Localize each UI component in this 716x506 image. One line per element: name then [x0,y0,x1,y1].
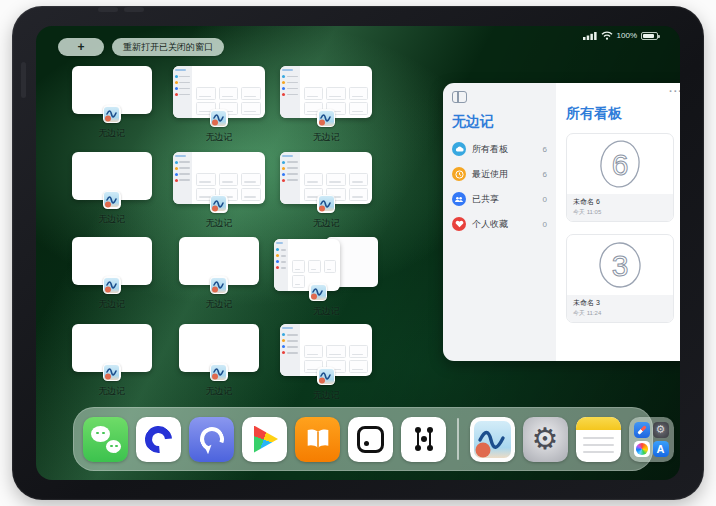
board-name: 未命名 3 [573,298,667,308]
freeform-app-badge-icon [317,367,335,385]
freeform-app-badge-icon [210,195,228,213]
safari-mini-icon [634,422,650,439]
window-label: 无边记 [98,213,125,226]
freeform-app-badge-icon [103,105,121,123]
boards-title: 所有看板 [566,105,680,123]
board-date: 今天 11:24 [573,309,667,318]
domino-icon[interactable] [348,417,393,462]
power-button [98,7,118,12]
notes-icon[interactable] [576,417,621,462]
tablet-device-frame: 100% + 重新打开已关闭的窗口 无边记 [12,6,704,500]
dock-separator [457,418,459,460]
window-thumbnail-pair[interactable] [274,237,378,292]
app-market-icon[interactable] [242,417,287,462]
window-cell: 无边记 [273,146,380,232]
dock: ⚙ ⚙ A [73,407,653,471]
window-cell: 无边记 [58,60,165,146]
svg-text:6: 6 [612,148,629,181]
wifi-icon [601,31,613,40]
freeform-icon[interactable] [470,417,515,462]
graph-nodes-icon[interactable] [401,417,446,462]
board-card[interactable]: 3 未命名 3 今天 11:24 [566,234,674,323]
sidebar-item-label: 已共享 [472,193,537,206]
sidebar-item-shared[interactable]: 已共享 0 [452,192,547,206]
battery-icon [641,32,658,40]
sidebar-item-all-boards[interactable]: 所有看板 6 [452,142,547,156]
window-thumbnail[interactable] [280,152,372,204]
window-cell: 无边记 [273,231,380,318]
window-thumbnail[interactable] [173,66,265,118]
freeform-app-badge-icon [210,363,228,381]
window-label: 无边记 [205,217,232,230]
sidebar-item-recents[interactable]: 最近使用 6 [452,167,547,181]
freeform-app-badge-icon [103,191,121,209]
window-thumbnail[interactable] [179,324,259,372]
window-thumbnail[interactable] [72,237,152,285]
window-thumbnail[interactable] [72,324,152,372]
window-cell: 无边记 [165,146,272,232]
new-window-button[interactable]: + [58,38,104,56]
freeform-boards-panel: ··· 所有看板 6 未命名 6 今天 11:05 [556,83,680,361]
window-thumbnail[interactable] [179,237,259,285]
sidebar-item-count: 0 [543,220,547,229]
window-cell: 无边记 [273,60,380,146]
cloud-icon [452,142,466,156]
apps-folder-icon[interactable]: ⚙ A [629,417,674,462]
window-cell: 无边记 [273,318,380,404]
freeform-app-badge-icon [317,109,335,127]
freeform-app-badge-icon [103,276,121,294]
window-thumbnail[interactable] [280,324,372,376]
sidebar-item-label: 最近使用 [472,168,537,181]
window-thumbnail[interactable] [72,66,152,114]
freeform-app-badge-icon [317,195,335,213]
window-grid: 无边记 无边记 [58,60,380,404]
sidebar-item-count: 6 [543,170,547,179]
freeform-window-preview[interactable]: 无边记 所有看板 6 最近使用 6 已共享 [443,83,680,361]
side-button [21,62,26,98]
photos-mini-icon [634,441,650,457]
heart-icon [452,217,466,231]
sidebar-item-favorites[interactable]: 个人收藏 0 [452,217,547,231]
sidebar-toggle-icon[interactable] [452,91,467,103]
sidebar-title: 无边记 [452,113,547,131]
window-label: 无边记 [313,305,340,318]
window-cell: 无边记 [165,231,272,318]
window-thumbnail[interactable] [72,152,152,200]
sidebar-item-label: 所有看板 [472,143,537,156]
reopen-closed-windows-button[interactable]: 重新打开已关闭的窗口 [112,38,224,56]
wechat-icon[interactable] [83,417,128,462]
freeform-app-badge-icon [210,109,228,127]
battery-percent: 100% [617,31,637,40]
freeform-app-badge-icon [103,363,121,381]
window-label: 无边记 [205,298,232,311]
settings-gear-icon[interactable]: ⚙ [523,417,568,462]
window-label: 无边记 [98,127,125,140]
books-icon[interactable] [295,417,340,462]
volume-button [124,7,144,12]
more-options-icon[interactable]: ··· [669,85,680,97]
svg-text:3: 3 [612,249,629,282]
window-label: 无边记 [205,131,232,144]
screen: 100% + 重新打开已关闭的窗口 无边记 [36,26,680,480]
quark-browser-icon[interactable] [136,417,181,462]
people-icon [452,192,466,206]
window-cell: 无边记 [58,231,165,318]
window-label: 无边记 [313,389,340,402]
window-thumbnail[interactable] [280,66,372,118]
window-label: 无边记 [313,217,340,230]
freeform-sidebar: 无边记 所有看板 6 最近使用 6 已共享 [443,83,556,361]
window-thumbnail[interactable] [173,152,265,204]
window-cell: 无边记 [58,146,165,232]
board-sketch-3: 3 [567,235,673,295]
freeform-app-badge-icon [309,283,327,301]
window-cell: 无边记 [165,60,272,146]
sync-ring-icon[interactable] [189,417,234,462]
sidebar-item-label: 个人收藏 [472,218,537,231]
board-date: 今天 11:05 [573,208,667,217]
board-card[interactable]: 6 未命名 6 今天 11:05 [566,133,674,222]
window-label: 无边记 [313,131,340,144]
window-label: 无边记 [98,385,125,398]
status-bar: 100% [583,31,658,40]
sidebar-item-count: 0 [543,195,547,204]
window-label: 无边记 [98,298,125,311]
